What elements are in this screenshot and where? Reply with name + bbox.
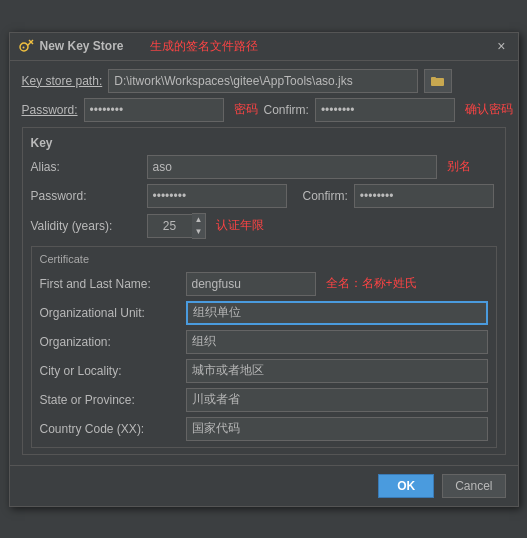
keystore-password-label: Password: (22, 103, 78, 117)
key-alias-annotation: 别名 (447, 158, 471, 175)
keystore-path-label: Key store path: (22, 74, 103, 88)
cert-city-row: City or Locality: (40, 359, 488, 383)
key-section-label: Key (31, 136, 497, 150)
cert-org-unit-input[interactable] (186, 301, 488, 325)
certificate-section-label: Certificate (40, 253, 488, 265)
cert-first-last-annotation: 全名：名称+姓氏 (326, 275, 417, 292)
close-button[interactable]: × (493, 39, 509, 53)
cert-first-last-input[interactable] (186, 272, 316, 296)
cert-country-label: Country Code (XX): (40, 422, 180, 436)
cert-state-row: State or Province: (40, 388, 488, 412)
svg-point-4 (22, 47, 24, 49)
svg-rect-6 (431, 77, 436, 80)
spinner-arrows-container: ▲ ▼ (192, 213, 207, 239)
keystore-path-input[interactable] (108, 69, 418, 93)
dialog-title: New Key Store (40, 39, 124, 53)
key-alias-label: Alias: (31, 160, 141, 174)
cert-city-label: City or Locality: (40, 364, 180, 378)
cert-org-input[interactable] (186, 330, 488, 354)
svg-line-2 (31, 42, 33, 44)
cert-first-last-label: First and Last Name: (40, 277, 180, 291)
cert-org-unit-label: Organizational Unit: (40, 306, 180, 320)
keystore-password-annotation: 密码 (234, 101, 258, 118)
cert-state-label: State or Province: (40, 393, 180, 407)
certificate-group: Certificate First and Last Name: 全名：名称+姓… (31, 246, 497, 448)
cert-org-label: Organization: (40, 335, 180, 349)
cert-org-row: Organization: (40, 330, 488, 354)
cancel-button[interactable]: Cancel (442, 474, 505, 498)
cert-city-input[interactable] (186, 359, 488, 383)
key-group: Key Alias: 别名 Password: Confirm: Validit… (22, 127, 506, 455)
spinner-up-button[interactable]: ▲ (192, 214, 206, 226)
key-icon (18, 38, 34, 54)
key-validity-row: Validity (years): ▲ ▼ 认证年限 (31, 213, 497, 239)
dialog-title-annotation: 生成的签名文件路径 (150, 38, 258, 55)
cert-country-input[interactable] (186, 417, 488, 441)
cert-state-input[interactable] (186, 388, 488, 412)
cert-country-row: Country Code (XX): (40, 417, 488, 441)
key-password-input[interactable] (147, 184, 287, 208)
validity-spinner: ▲ ▼ (147, 213, 207, 239)
cert-first-last-row: First and Last Name: 全名：名称+姓氏 (40, 272, 488, 296)
svg-line-3 (29, 40, 31, 42)
key-validity-annotation: 认证年限 (216, 217, 264, 234)
validity-input[interactable] (147, 214, 192, 238)
key-validity-label: Validity (years): (31, 219, 141, 233)
ok-button[interactable]: OK (378, 474, 434, 498)
titlebar-left: New Key Store 生成的签名文件路径 (18, 38, 258, 55)
key-confirm-label: Confirm: (303, 189, 348, 203)
keystore-confirm-input[interactable] (315, 98, 455, 122)
folder-icon (431, 75, 445, 87)
key-confirm-input[interactable] (354, 184, 494, 208)
key-alias-row: Alias: 别名 (31, 155, 497, 179)
key-password-row: Password: Confirm: (31, 184, 497, 208)
key-password-label: Password: (31, 189, 141, 203)
keystore-confirm-label: Confirm: (264, 103, 309, 117)
dialog-footer: OK Cancel (10, 465, 518, 506)
key-alias-input[interactable] (147, 155, 437, 179)
new-key-store-dialog: New Key Store 生成的签名文件路径 × Key store path… (9, 32, 519, 507)
keystore-path-row: Key store path: (22, 69, 506, 93)
keystore-password-row: Password: 密码 Confirm: 确认密码 (22, 98, 506, 122)
spinner-down-button[interactable]: ▼ (192, 226, 206, 238)
keystore-confirm-annotation: 确认密码 (465, 101, 513, 118)
titlebar: New Key Store 生成的签名文件路径 × (10, 33, 518, 61)
dialog-content: Key store path: Password: 密码 Confirm: 确认… (10, 61, 518, 463)
folder-browse-button[interactable] (424, 69, 452, 93)
cert-org-unit-row: Organizational Unit: (40, 301, 488, 325)
keystore-password-input[interactable] (84, 98, 224, 122)
